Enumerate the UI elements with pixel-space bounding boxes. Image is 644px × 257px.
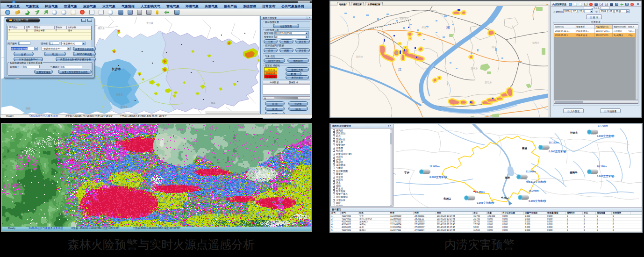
svg-text:0.000立方米/秒: 0.000立方米/秒 [529,200,546,203]
svg-text:楚毛乡: 楚毛乡 [485,81,492,84]
svg-text:宁乡: 宁乡 [404,171,410,174]
svg-text:株洲县: 株洲县 [120,105,128,108]
svg-text:0.000立方米/秒: 0.000立方米/秒 [549,150,566,153]
svg-text:平江县: 平江县 [146,21,153,25]
svg-text:湘潭: 湘潭 [504,176,510,179]
svg-text:申格口: 申格口 [501,196,509,200]
svg-text:0.000立方米/秒: 0.000立方米/秒 [597,135,615,138]
svg-text:16.248m: 16.248m [529,189,539,192]
svg-text:朱洲口: 朱洲口 [443,197,451,200]
svg-text:长沙市: 长沙市 [111,67,121,71]
svg-text:0.006立方米/秒: 0.006立方米/秒 [477,201,494,205]
svg-text:15.163m: 15.163m [549,141,559,144]
svg-text:桃江县: 桃江县 [98,27,105,30]
svg-text:松柏乡: 松柏乡 [400,17,407,21]
svg-text:湘潭县: 湘潭县 [116,93,123,96]
svg-text:洲上乡: 洲上乡 [454,43,461,47]
svg-text:27.798m: 27.798m [598,124,608,127]
svg-text:0.000立方米/秒: 0.000立方米/秒 [597,175,615,178]
svg-text:杨梅乡: 杨梅乡 [532,41,539,44]
svg-text:456.312立方米/秒: 456.312立方米/秒 [526,180,546,184]
svg-text:株洲: 株洲 [522,147,528,150]
svg-text:湘: 湘 [446,26,450,29]
svg-text:江: 江 [398,68,401,71]
svg-text:0.000立方米/秒: 0.000立方米/秒 [429,176,447,179]
svg-text:13.460m: 13.460m [475,191,485,193]
svg-text:21.549m: 21.549m [526,170,536,173]
svg-text:计惠夹: 计惠夹 [570,131,578,135]
svg-text:攸县: 攸县 [211,101,215,104]
svg-text:四城: 四城 [492,46,496,49]
svg-text:楚城乡: 楚城乡 [471,67,478,70]
svg-text:12.980m: 12.980m [429,165,440,168]
svg-text:26.126m: 26.126m [597,165,607,168]
svg-text:新田乡: 新田乡 [356,55,363,58]
svg-text:侨连乡: 侨连乡 [422,26,429,29]
svg-text:楊梅半: 楊梅半 [569,171,578,174]
